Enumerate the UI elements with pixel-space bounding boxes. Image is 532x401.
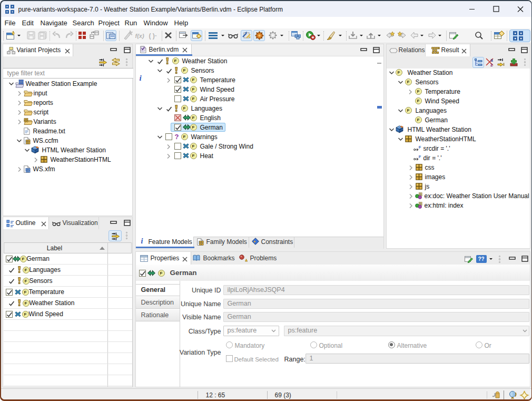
svg-text:z: z bbox=[490, 62, 492, 67]
